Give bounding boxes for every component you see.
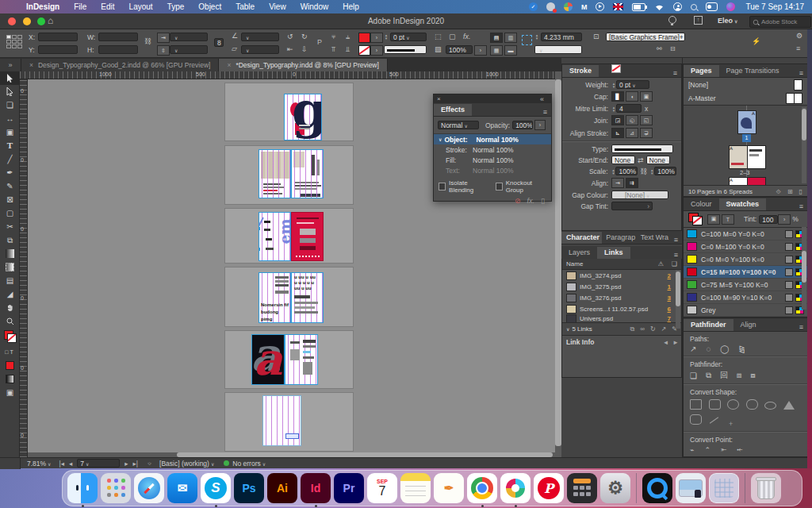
scale-start-field[interactable]: 100%: [615, 167, 638, 175]
pages-scrollbar[interactable]: [802, 107, 806, 183]
swatch-row[interactable]: C=100 M=0 Y=0 K=0: [684, 228, 807, 241]
tab-pathfinder[interactable]: Pathfinder: [684, 319, 733, 331]
intersect-shapes-icon[interactable]: 回: [720, 370, 728, 381]
tab-page-transitions[interactable]: Page Transitions: [719, 65, 787, 77]
scale-x-percent-field[interactable]: [170, 33, 208, 41]
content-collector-tool[interactable]: ▣: [0, 125, 20, 139]
reverse-path-icon[interactable]: ⧎: [739, 344, 745, 353]
tab-text-wrap[interactable]: Text Wra: [638, 232, 670, 244]
uk-flag-input-icon[interactable]: [613, 3, 623, 10]
page-8-thumbnail[interactable]: a a: [251, 334, 285, 385]
link-scales-icon[interactable]: ⛓: [640, 167, 647, 175]
align-inside-button[interactable]: ⊿: [626, 128, 638, 138]
wrap-none-icon[interactable]: ▤: [490, 33, 503, 43]
sync-status-icon[interactable]: ✓: [529, 2, 538, 11]
menu-file[interactable]: File: [67, 2, 94, 11]
pen-tool[interactable]: ✒: [0, 166, 20, 179]
close-tab-icon[interactable]: ×: [29, 61, 33, 69]
gmail-icon[interactable]: M: [581, 3, 588, 11]
align-bottom-icon[interactable]: ⫪: [331, 45, 335, 54]
selection-handle[interactable]: [259, 248, 260, 251]
constrain-proportions-icon[interactable]: ⛓: [144, 37, 151, 45]
toolbar-collapse-button[interactable]: »: [0, 59, 21, 71]
opacity-flyout[interactable]: ›: [474, 45, 487, 56]
update-link-icon[interactable]: ↻: [650, 325, 656, 333]
wrap-jump-icon[interactable]: ▬: [504, 45, 517, 56]
tab-stroke[interactable]: Stroke: [562, 65, 599, 77]
menu-indesign[interactable]: InDesign: [19, 2, 67, 11]
dock-finder[interactable]: [67, 473, 98, 503]
free-transform-tool[interactable]: ⧉: [0, 233, 20, 247]
page-4-thumbnail[interactable]: em: [259, 212, 291, 261]
y-position-field[interactable]: [38, 45, 78, 54]
pencil-tool[interactable]: ✎: [0, 179, 20, 193]
swatch-row-selected[interactable]: C=15 M=100 Y=100 K=0: [684, 266, 807, 279]
effects-row-object[interactable]: ∨ Object: Normal 100%: [434, 134, 551, 144]
relink-icon[interactable]: ⧉: [630, 325, 634, 333]
fill-stroke-proxy[interactable]: [688, 213, 703, 225]
stroke-swatch[interactable]: [358, 45, 370, 56]
go-to-link-icon[interactable]: ∞: [640, 325, 645, 333]
home-screen-icon[interactable]: ⌂: [48, 15, 53, 26]
page-10-thumbnail[interactable]: [262, 395, 301, 446]
effects-row-fill[interactable]: Fill:Normal 100%: [434, 155, 551, 165]
flip-vertical-icon[interactable]: ⇩: [301, 45, 308, 53]
blend-mode-dropdown[interactable]: Normal: [438, 121, 479, 129]
minimize-window-button[interactable]: [23, 17, 31, 25]
stroke-type-dropdown[interactable]: [611, 144, 673, 153]
gradient-tool[interactable]: [0, 247, 20, 260]
last-page-button[interactable]: ▸|: [133, 460, 138, 468]
page-3-thumbnail[interactable]: [291, 149, 324, 198]
clear-effects-icon[interactable]: ⊘: [515, 197, 521, 205]
subtract-shapes-icon[interactable]: ⧉: [706, 371, 711, 380]
frame-fitting-icon[interactable]: [522, 35, 532, 45]
panel-menu-icon[interactable]: ≡: [539, 108, 551, 116]
shear-angle-field[interactable]: [241, 45, 279, 54]
convert-polygon-icon[interactable]: [690, 414, 702, 425]
smooth-point-icon[interactable]: ⤜: [721, 445, 726, 454]
align-arrow-extend-button[interactable]: ⇉: [626, 178, 638, 188]
dock-indesign[interactable]: Id: [301, 473, 331, 503]
tab-character[interactable]: Character: [561, 232, 602, 244]
cap-projecting-button[interactable]: ▣: [640, 91, 653, 102]
page-tool[interactable]: ❏: [0, 98, 20, 112]
dock-desktop-stack[interactable]: [676, 473, 706, 503]
link-info-header[interactable]: Link Info: [566, 338, 594, 346]
join-mitre-button[interactable]: ◲: [611, 115, 624, 125]
link-row[interactable]: Screens...t 11.02.57.psd6: [562, 303, 681, 314]
effects-fx-icon[interactable]: fx.: [463, 33, 471, 40]
vertical-scrollbar[interactable]: [555, 71, 561, 457]
convert-rectangle-icon[interactable]: [690, 399, 702, 410]
swatch-row[interactable]: Grey: [684, 304, 807, 317]
panel-menu-icon[interactable]: ≡: [796, 44, 800, 52]
scale-y-percent-field[interactable]: [170, 45, 208, 54]
gradient-feather-tool[interactable]: [0, 260, 20, 274]
opacity-slider-button[interactable]: ›: [534, 120, 546, 130]
gap-colour-dropdown[interactable]: [None]: [611, 190, 668, 199]
corner-radius-field[interactable]: 4.233 mm: [541, 33, 582, 41]
rotate-ccw-icon[interactable]: ↺: [287, 33, 293, 40]
dock-calculator[interactable]: [567, 473, 597, 503]
preflight-profile-dropdown[interactable]: [Basic] (working): [159, 460, 214, 468]
adobe-stock-search[interactable]: Adobe Stock: [749, 16, 811, 28]
stroke-flyout-button[interactable]: ›: [370, 45, 383, 56]
effects-row-stroke[interactable]: Stroke:Normal 100%: [434, 144, 551, 155]
menu-edit[interactable]: Edit: [94, 2, 121, 11]
tint-slider-button[interactable]: ›: [778, 214, 791, 225]
horizontal-ruler[interactable]: 1000 500 0 500 1000: [20, 71, 561, 79]
stroke-type-dropdown[interactable]: [384, 45, 427, 54]
warning-column-icon[interactable]: ⚠: [658, 260, 664, 267]
fill-stroke-proxy[interactable]: [0, 328, 20, 345]
plain-point-icon[interactable]: ⌁: [690, 446, 694, 454]
cap-round-button[interactable]: ◖: [626, 91, 638, 102]
open-path-icon[interactable]: ◌: [706, 344, 710, 353]
close-tab-icon[interactable]: ×: [227, 61, 231, 69]
note-tool[interactable]: ▤: [0, 274, 20, 287]
cap-butt-button[interactable]: ▊: [611, 91, 624, 102]
scale-end-field[interactable]: 100%: [654, 167, 676, 175]
menu-window[interactable]: Window: [293, 2, 336, 11]
page-column-icon[interactable]: ❏: [672, 260, 677, 267]
gap-tint-field[interactable]: ›: [611, 202, 653, 210]
dock-illustrator[interactable]: Ai: [267, 473, 297, 503]
menu-clock[interactable]: Tue 7 Sep 14:17: [744, 2, 804, 11]
